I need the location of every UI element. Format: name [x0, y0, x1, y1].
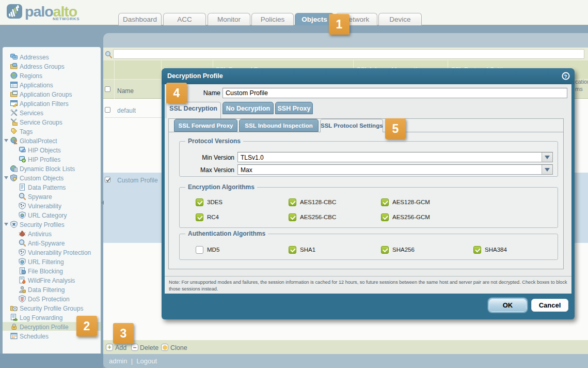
- svg-text:?: ?: [23, 149, 25, 152]
- svg-text:?: ?: [564, 73, 567, 79]
